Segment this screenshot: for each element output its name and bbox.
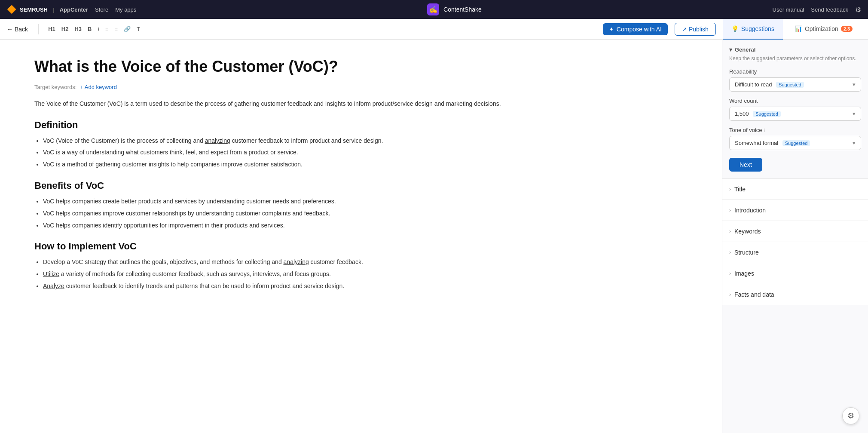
introduction-chevron-icon: › xyxy=(729,207,731,213)
title-chevron-icon: › xyxy=(729,186,731,192)
send-feedback-link[interactable]: Send feedback xyxy=(811,6,848,13)
list-item: VoC helps companies identify opportuniti… xyxy=(43,221,688,231)
nav-app-name: ContentShake xyxy=(443,6,482,13)
semrush-logo-icon: 🔶 xyxy=(7,5,16,14)
tone-chevron-icon: ▾ xyxy=(853,140,856,146)
facts-section[interactable]: › Facts and data xyxy=(722,284,868,305)
readability-select[interactable]: Difficult to read Suggested ▾ xyxy=(729,77,861,92)
keywords-section[interactable]: › Keywords xyxy=(722,221,868,242)
target-keywords-label: Target keywords: xyxy=(34,84,76,90)
publish-icon: ↗ xyxy=(682,26,687,33)
readability-info-icon[interactable]: i xyxy=(758,69,759,74)
suggestions-icon: 💡 xyxy=(731,25,739,32)
article-section-benefits-heading: Benefits of VoC xyxy=(34,180,688,191)
settings-icon[interactable]: ⚙ xyxy=(855,6,861,14)
article-intro[interactable]: The Voice of the Customer (VoC) is a ter… xyxy=(34,99,688,109)
top-nav: 🔶 SEMRUSH | AppCenter Store My apps ✍️ C… xyxy=(0,0,868,19)
keywords-chevron-icon: › xyxy=(729,228,731,234)
general-section-header[interactable]: ▾ General xyxy=(729,46,861,53)
format-h2-button[interactable]: H2 xyxy=(59,24,71,34)
compose-with-ai-button[interactable]: ✦ Compose with AI xyxy=(603,23,668,35)
tone-info-icon[interactable]: i xyxy=(764,128,765,133)
list-item: Analyze customer feedback to identify tr… xyxy=(43,281,688,292)
nav-store-link[interactable]: Store xyxy=(95,6,108,13)
nav-links: Store My apps xyxy=(95,6,136,13)
title-section-label: Title xyxy=(734,186,746,193)
article-title[interactable]: What is the Voice of the Customer (VoC)? xyxy=(34,57,688,77)
readability-value: Difficult to read Suggested xyxy=(735,81,804,88)
toolbar-separator xyxy=(38,24,39,34)
analyzing-link-1[interactable]: analyzing xyxy=(205,137,230,144)
back-arrow-icon: ← xyxy=(7,26,13,33)
optimization-label: Optimization xyxy=(805,25,838,32)
format-bold-button[interactable]: B xyxy=(85,24,94,34)
list-item: VoC is a method of gathering customer in… xyxy=(43,160,688,170)
format-toolbar: H1 H2 H3 B I ≡ ≡ 🔗 T xyxy=(46,24,143,34)
right-panel: ▾ General Keep the suggested parameters … xyxy=(722,40,868,433)
tone-label: Tone of voice i xyxy=(729,127,861,133)
images-chevron-icon: › xyxy=(729,270,731,276)
utilize-link[interactable]: Utilize xyxy=(43,270,59,277)
nav-right: User manual Send feedback ⚙ xyxy=(773,6,861,14)
list-item: VoC helps companies create better produc… xyxy=(43,197,688,207)
next-button[interactable]: Next xyxy=(729,158,762,172)
nav-center: ✍️ ContentShake xyxy=(143,3,765,15)
compose-icon: ✦ xyxy=(609,26,614,33)
tab-suggestions[interactable]: 💡 Suggestions xyxy=(723,19,783,40)
facts-section-label: Facts and data xyxy=(734,291,774,298)
article-section-implement-heading: How to Implement VoC xyxy=(34,241,688,252)
structure-section-label: Structure xyxy=(734,249,759,256)
word-count-select[interactable]: 1,500 Suggested ▾ xyxy=(729,107,861,121)
title-section[interactable]: › Title xyxy=(722,179,868,200)
introduction-section[interactable]: › Introduction xyxy=(722,200,868,221)
general-section-label: General xyxy=(735,46,755,53)
publish-button[interactable]: ↗ Publish xyxy=(675,23,716,36)
tone-value: Somewhat formal Suggested xyxy=(735,140,810,146)
facts-chevron-icon: › xyxy=(729,292,731,298)
nav-appcenter: AppCenter xyxy=(60,6,88,13)
chevron-down-icon: ▾ xyxy=(729,46,732,53)
publish-label: Publish xyxy=(689,26,709,33)
list-item: VoC helps companies improve customer rel… xyxy=(43,209,688,219)
general-subtext: Keep the suggested parameters or select … xyxy=(729,55,861,61)
word-count-label: Word count xyxy=(729,98,861,104)
settings-fab-button[interactable]: ⚙ xyxy=(842,407,859,424)
format-unordered-list-button[interactable]: ≡ xyxy=(112,24,121,34)
nav-myapps-link[interactable]: My apps xyxy=(115,6,136,13)
list-item: Utilize a variety of methods for collect… xyxy=(43,269,688,279)
readability-label: Readability i xyxy=(729,68,861,75)
structure-section[interactable]: › Structure xyxy=(722,242,868,263)
general-section: ▾ General Keep the suggested parameters … xyxy=(722,40,868,179)
list-item: VoC (Voice of the Customer) is the proce… xyxy=(43,136,688,146)
back-label: Back xyxy=(15,26,28,33)
images-section[interactable]: › Images xyxy=(722,263,868,284)
format-text-button[interactable]: T xyxy=(134,24,143,34)
list-item: Develop a VoC strategy that outlines the… xyxy=(43,257,688,267)
tab-optimization[interactable]: 📊 Optimization 2.3 xyxy=(786,19,861,40)
toolbar: ← Back H1 H2 H3 B I ≡ ≡ 🔗 T ✦ Compose wi… xyxy=(0,19,868,40)
format-link-button[interactable]: 🔗 xyxy=(121,24,133,34)
keywords-section-label: Keywords xyxy=(734,228,761,235)
analyze-link[interactable]: Analyze xyxy=(43,283,64,289)
format-h1-button[interactable]: H1 xyxy=(46,24,58,34)
target-keywords-bar: Target keywords: + Add keyword xyxy=(34,84,688,90)
format-h3-button[interactable]: H3 xyxy=(72,24,84,34)
back-button[interactable]: ← Back xyxy=(7,26,28,33)
article-section-definition-heading: Definition xyxy=(34,120,688,131)
contentshake-icon: ✍️ xyxy=(427,3,439,15)
readability-badge: Suggested xyxy=(776,82,804,88)
user-manual-link[interactable]: User manual xyxy=(773,6,804,13)
tone-badge: Suggested xyxy=(782,140,810,146)
analyzing-link-2[interactable]: analyzing xyxy=(284,258,309,265)
main-layout: What is the Voice of the Customer (VoC)?… xyxy=(0,40,868,433)
format-ordered-list-button[interactable]: ≡ xyxy=(103,24,111,34)
optimization-icon: 📊 xyxy=(795,25,802,32)
format-italic-button[interactable]: I xyxy=(95,24,102,34)
introduction-section-label: Introduction xyxy=(734,207,766,214)
tone-select[interactable]: Somewhat formal Suggested ▾ xyxy=(729,136,861,150)
add-keyword-button[interactable]: + Add keyword xyxy=(80,84,117,90)
nav-divider: | xyxy=(53,6,55,13)
nav-brand: SEMRUSH xyxy=(20,6,48,13)
article-section-implement-list: Develop a VoC strategy that outlines the… xyxy=(34,257,688,291)
editor-area[interactable]: What is the Voice of the Customer (VoC)?… xyxy=(0,40,722,433)
